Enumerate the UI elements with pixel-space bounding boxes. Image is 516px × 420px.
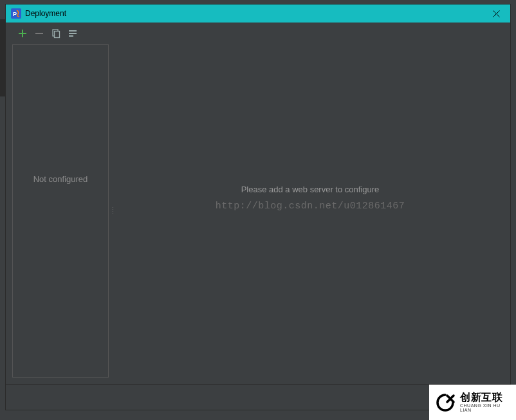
app-icon: P xyxy=(11,8,21,19)
svg-rect-10 xyxy=(69,33,77,34)
details-panel: Please add a web server to configure htt… xyxy=(116,44,504,378)
remove-button[interactable] xyxy=(34,28,44,39)
svg-rect-8 xyxy=(55,32,60,38)
background-strip xyxy=(0,19,5,96)
dialog-body: Not configured ⋮⋮ Please add a web serve… xyxy=(6,23,510,410)
splitter-handle[interactable]: ⋮⋮ xyxy=(111,44,114,378)
svg-text:P: P xyxy=(13,11,17,17)
titlebar[interactable]: P Deployment xyxy=(6,5,510,23)
add-button[interactable] xyxy=(17,28,28,39)
watermark-text: http://blog.csdn.net/u012861467 xyxy=(216,201,405,212)
svg-rect-11 xyxy=(69,35,73,37)
svg-rect-9 xyxy=(69,30,77,32)
copy-button[interactable] xyxy=(51,28,61,39)
brand-name-cn: 创新互联 xyxy=(460,392,511,403)
brand-name-en: CHUANG XIN HU LIAN xyxy=(460,403,511,413)
brand-watermark: 创新互联 CHUANG XIN HU LIAN xyxy=(429,385,516,420)
brand-logo-icon xyxy=(434,392,456,414)
content-area: Not configured ⋮⋮ Please add a web serve… xyxy=(6,41,510,384)
server-list-panel[interactable]: Not configured xyxy=(12,44,109,378)
brand-text: 创新互联 CHUANG XIN HU LIAN xyxy=(460,392,511,413)
empty-message: Please add a web server to configure xyxy=(241,185,380,194)
deployment-dialog: P Deployment xyxy=(5,4,511,410)
close-button[interactable] xyxy=(487,5,505,23)
not-configured-label: Not configured xyxy=(33,174,88,184)
toolbar xyxy=(6,23,510,41)
window-title: Deployment xyxy=(25,9,487,18)
options-icon[interactable] xyxy=(68,28,78,39)
